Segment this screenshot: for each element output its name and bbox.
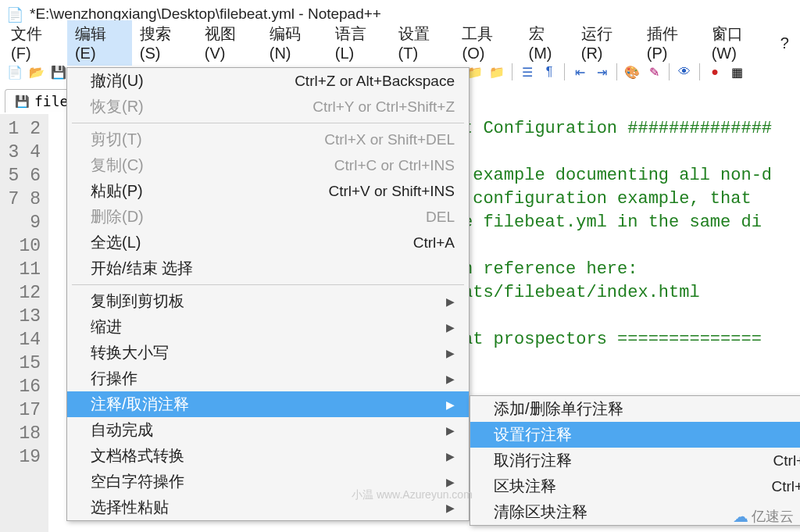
menu-item-label: 自动完成	[91, 420, 446, 441]
menu-item-label: 撤消(U)	[91, 70, 276, 91]
folder2-icon[interactable]: 📁	[487, 62, 507, 82]
menubar-item[interactable]: 窗口(W)	[704, 20, 773, 66]
menu-item-label: 开始/结束 选择	[91, 258, 455, 279]
brand-logo: ☁ 亿速云	[733, 507, 794, 526]
new-file-icon[interactable]: 📄	[5, 62, 25, 82]
menubar-item[interactable]: 插件(P)	[639, 20, 704, 66]
menu-item[interactable]: 注释/取消注释▶	[67, 391, 469, 417]
align-icon[interactable]: ☰	[517, 62, 538, 82]
menubar-item[interactable]: 搜索(S)	[132, 20, 197, 66]
watermark: 小温 www.Azureyun.com	[352, 488, 473, 502]
indent-right-icon[interactable]: ⇥	[591, 62, 612, 82]
menu-item[interactable]: 设置行注释Ctrl+K	[470, 422, 800, 448]
menu-item[interactable]: 取消行注释Ctrl+Shift+K	[470, 448, 800, 473]
menu-separator	[72, 284, 464, 285]
menu-item-label: 设置行注释	[494, 424, 793, 445]
menu-item[interactable]: 粘贴(P)Ctrl+V or Shift+INS	[67, 178, 469, 204]
open-file-icon[interactable]: 📂	[27, 62, 47, 82]
menubar-item[interactable]: 编辑(E)	[67, 20, 132, 66]
menu-item: 恢复(R)Ctrl+Y or Ctrl+Shift+Z	[67, 94, 469, 120]
edit-menu-dropdown: 撤消(U)Ctrl+Z or Alt+Backspace恢复(R)Ctrl+Y …	[66, 67, 470, 521]
menu-item-label: 全选(L)	[91, 232, 395, 253]
menu-item-label: 剪切(T)	[91, 129, 305, 150]
menu-shortcut: Ctrl+C or Ctrl+INS	[334, 157, 455, 174]
menu-item: 剪切(T)Ctrl+X or Shift+DEL	[67, 127, 469, 152]
indent-left-icon[interactable]: ⇤	[570, 62, 590, 82]
menu-item[interactable]: 缩进▶	[67, 314, 469, 340]
eye-icon[interactable]: 👁	[674, 62, 695, 82]
menu-item: 删除(D)DEL	[67, 204, 469, 230]
menu-shortcut: Ctrl+Y or Ctrl+Shift+Z	[312, 98, 455, 116]
app-icon: 📄	[6, 6, 22, 22]
menu-item-label: 注释/取消注释	[91, 394, 446, 415]
menu-shortcut: Ctrl+Shift+K	[773, 452, 800, 470]
palette-icon[interactable]: 🎨	[622, 62, 642, 82]
menu-item[interactable]: 全选(L)Ctrl+A	[67, 230, 469, 255]
unsaved-icon: 💾	[15, 95, 30, 109]
menu-item[interactable]: 撤消(U)Ctrl+Z or Alt+Backspace	[67, 68, 469, 94]
menu-shortcut: Ctrl+X or Shift+DEL	[324, 131, 455, 148]
menubar-item[interactable]: 宏(M)	[521, 20, 573, 66]
toolbar-separator	[616, 63, 617, 80]
submenu-arrow-icon: ▶	[446, 476, 455, 488]
menu-item-label: 恢复(R)	[91, 96, 294, 117]
menu-item[interactable]: 转换大小写▶	[67, 340, 469, 366]
menu-item-label: 文档格式转换	[91, 445, 446, 466]
menu-item-label: 行操作	[91, 368, 446, 389]
menubar-item[interactable]: ?	[773, 31, 797, 55]
menu-item-label: 转换大小写	[91, 342, 446, 363]
menu-shortcut: Ctrl+V or Shift+INS	[328, 183, 455, 200]
menu-item-label: 复制(C)	[91, 155, 316, 176]
menu-item-label: 添加/删除单行注释	[494, 398, 791, 420]
menu-item[interactable]: 添加/删除单行注释Ctrl+Q	[470, 396, 800, 422]
pilcrow-icon[interactable]: ¶	[539, 62, 559, 82]
menu-item[interactable]: 文档格式转换▶	[67, 443, 469, 469]
menubar-item[interactable]: 工具(O)	[454, 20, 520, 66]
record-icon[interactable]: ●	[705, 62, 725, 82]
submenu-arrow-icon: ▶	[446, 398, 455, 411]
comment-submenu: 添加/删除单行注释Ctrl+Q设置行注释Ctrl+K取消行注释Ctrl+Shif…	[470, 395, 800, 526]
tab-label: file	[34, 93, 68, 109]
submenu-arrow-icon: ▶	[446, 502, 455, 514]
menu-item-label: 区块注释	[494, 476, 752, 497]
menubar: 文件(F)编辑(E)搜索(S)视图(V)编码(N)语言(L)设置(T)工具(O)…	[0, 28, 800, 58]
cloud-icon: ☁	[733, 507, 748, 526]
more-icon[interactable]: ▦	[727, 62, 747, 82]
submenu-arrow-icon: ▶	[446, 424, 455, 437]
submenu-arrow-icon: ▶	[446, 347, 455, 359]
menu-item-label: 取消行注释	[494, 450, 755, 471]
menu-item-label: 粘贴(P)	[91, 180, 309, 202]
menubar-item[interactable]: 编码(N)	[262, 20, 327, 66]
menu-separator	[72, 123, 464, 123]
menu-item[interactable]: 复制到剪切板▶	[67, 288, 469, 314]
menu-shortcut: Ctrl+A	[413, 234, 455, 252]
menu-shortcut: Ctrl+Z or Alt+Backspace	[295, 73, 455, 90]
menu-item: 复制(C)Ctrl+C or Ctrl+INS	[67, 152, 469, 178]
menubar-item[interactable]: 语言(L)	[327, 20, 391, 66]
menubar-item[interactable]: 设置(T)	[391, 20, 455, 66]
menu-item[interactable]: 区块注释Ctrl+Shift+Q	[470, 473, 800, 499]
menubar-item[interactable]: 视图(V)	[197, 20, 262, 66]
menubar-item[interactable]: 文件(F)	[3, 20, 67, 66]
submenu-arrow-icon: ▶	[446, 373, 455, 385]
toolbar-separator	[699, 63, 700, 80]
menu-item[interactable]: 开始/结束 选择	[67, 255, 469, 281]
menu-shortcut: DEL	[426, 209, 455, 226]
menu-item[interactable]: 行操作▶	[67, 366, 469, 391]
toolbar-separator	[564, 63, 565, 80]
line-gutter: 1 2 3 4 5 6 7 8 9 10 11 12 13 14 15 16 1…	[0, 114, 48, 532]
toolbar-separator	[512, 63, 512, 80]
submenu-arrow-icon: ▶	[446, 321, 455, 334]
menu-item[interactable]: 自动完成▶	[67, 417, 469, 443]
menu-item-label: 删除(D)	[91, 206, 407, 227]
brand-text: 亿速云	[752, 507, 794, 526]
submenu-arrow-icon: ▶	[446, 450, 455, 462]
marker-icon[interactable]: ✎	[644, 62, 664, 82]
submenu-arrow-icon: ▶	[446, 295, 455, 308]
menubar-item[interactable]: 运行(R)	[573, 20, 639, 66]
menu-shortcut: Ctrl+Shift+Q	[771, 478, 800, 495]
toolbar-separator	[669, 63, 670, 80]
menu-item-label: 缩进	[91, 316, 446, 337]
menu-item-label: 复制到剪切板	[91, 291, 446, 312]
